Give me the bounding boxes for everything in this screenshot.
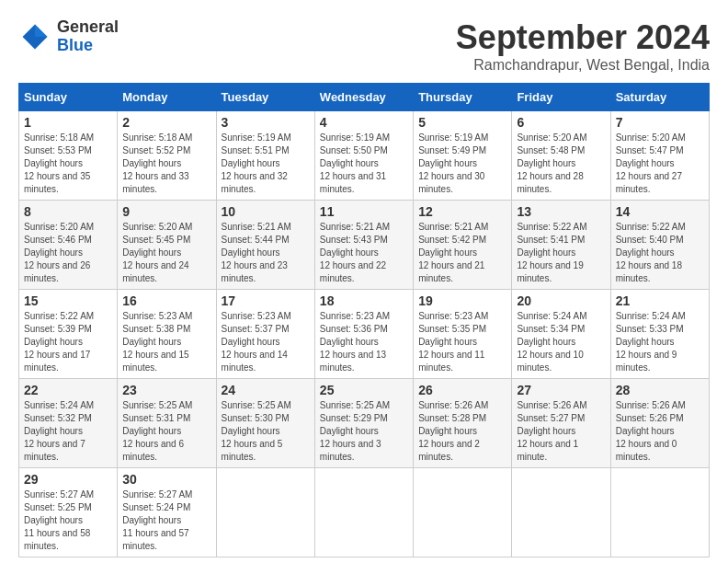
weekday-header-monday: Monday bbox=[118, 84, 216, 111]
day-info: Sunrise: 5:19 AM Sunset: 5:50 PM Dayligh… bbox=[320, 132, 408, 196]
logo-line2: Blue bbox=[57, 37, 119, 55]
day-number: 1 bbox=[24, 115, 112, 130]
day-info: Sunrise: 5:20 AM Sunset: 5:47 PM Dayligh… bbox=[616, 132, 704, 196]
day-number: 9 bbox=[122, 204, 210, 219]
calendar-day-cell: 27 Sunrise: 5:26 AM Sunset: 5:27 PM Dayl… bbox=[512, 379, 610, 468]
day-info: Sunrise: 5:23 AM Sunset: 5:38 PM Dayligh… bbox=[122, 310, 210, 374]
day-number: 17 bbox=[222, 293, 310, 308]
day-info: Sunrise: 5:26 AM Sunset: 5:28 PM Dayligh… bbox=[418, 399, 506, 464]
calendar-day-cell: 12 Sunrise: 5:21 AM Sunset: 5:42 PM Dayl… bbox=[414, 201, 512, 290]
calendar-day-cell: 21 Sunrise: 5:24 AM Sunset: 5:33 PM Dayl… bbox=[610, 290, 709, 379]
calendar-day-cell: 20 Sunrise: 5:24 AM Sunset: 5:34 PM Dayl… bbox=[512, 290, 610, 379]
svg-marker-1 bbox=[35, 24, 48, 37]
calendar-day-cell: 11 Sunrise: 5:21 AM Sunset: 5:43 PM Dayl… bbox=[314, 201, 413, 290]
calendar-day-cell: 10 Sunrise: 5:21 AM Sunset: 5:44 PM Dayl… bbox=[216, 201, 314, 290]
day-number: 24 bbox=[222, 383, 310, 397]
calendar-day-cell: 9 Sunrise: 5:20 AM Sunset: 5:45 PM Dayli… bbox=[118, 201, 216, 290]
calendar-day-cell: 1 Sunrise: 5:18 AM Sunset: 5:53 PM Dayli… bbox=[19, 111, 118, 201]
calendar-day-cell: 6 Sunrise: 5:20 AM Sunset: 5:48 PM Dayli… bbox=[512, 111, 610, 201]
day-number: 12 bbox=[418, 204, 506, 219]
calendar-day-cell bbox=[314, 468, 413, 557]
day-info: Sunrise: 5:25 AM Sunset: 5:30 PM Dayligh… bbox=[222, 399, 310, 464]
calendar-day-cell: 7 Sunrise: 5:20 AM Sunset: 5:47 PM Dayli… bbox=[610, 111, 709, 201]
day-number: 5 bbox=[418, 115, 506, 130]
title-section: September 2024 Ramchandrapur, West Benga… bbox=[456, 18, 710, 74]
day-number: 23 bbox=[122, 383, 210, 397]
day-info: Sunrise: 5:20 AM Sunset: 5:48 PM Dayligh… bbox=[517, 132, 605, 196]
day-number: 21 bbox=[616, 293, 704, 308]
calendar-week-row: 1 Sunrise: 5:18 AM Sunset: 5:53 PM Dayli… bbox=[19, 111, 710, 201]
weekday-header-row: SundayMondayTuesdayWednesdayThursdayFrid… bbox=[19, 84, 710, 111]
day-info: Sunrise: 5:22 AM Sunset: 5:40 PM Dayligh… bbox=[616, 221, 704, 285]
weekday-header-sunday: Sunday bbox=[19, 84, 118, 111]
day-number: 2 bbox=[122, 115, 210, 130]
day-number: 25 bbox=[320, 383, 408, 397]
day-info: Sunrise: 5:20 AM Sunset: 5:46 PM Dayligh… bbox=[24, 221, 112, 285]
day-number: 10 bbox=[222, 204, 310, 219]
calendar-day-cell: 16 Sunrise: 5:23 AM Sunset: 5:38 PM Dayl… bbox=[118, 290, 216, 379]
day-number: 4 bbox=[320, 115, 408, 130]
calendar-day-cell: 2 Sunrise: 5:18 AM Sunset: 5:52 PM Dayli… bbox=[118, 111, 216, 201]
day-info: Sunrise: 5:27 AM Sunset: 5:24 PM Dayligh… bbox=[122, 488, 210, 553]
calendar-day-cell: 17 Sunrise: 5:23 AM Sunset: 5:37 PM Dayl… bbox=[216, 290, 314, 379]
day-info: Sunrise: 5:25 AM Sunset: 5:29 PM Dayligh… bbox=[320, 399, 408, 464]
calendar-day-cell: 4 Sunrise: 5:19 AM Sunset: 5:50 PM Dayli… bbox=[314, 111, 413, 201]
calendar-day-cell: 13 Sunrise: 5:22 AM Sunset: 5:41 PM Dayl… bbox=[512, 201, 610, 290]
calendar-day-cell: 19 Sunrise: 5:23 AM Sunset: 5:35 PM Dayl… bbox=[414, 290, 512, 379]
day-number: 11 bbox=[320, 204, 408, 219]
day-info: Sunrise: 5:23 AM Sunset: 5:36 PM Dayligh… bbox=[320, 310, 408, 374]
calendar-day-cell: 14 Sunrise: 5:22 AM Sunset: 5:40 PM Dayl… bbox=[610, 201, 709, 290]
day-info: Sunrise: 5:24 AM Sunset: 5:32 PM Dayligh… bbox=[24, 399, 112, 464]
month-title: September 2024 bbox=[456, 18, 710, 57]
calendar-day-cell: 24 Sunrise: 5:25 AM Sunset: 5:30 PM Dayl… bbox=[216, 379, 314, 468]
logo: General Blue bbox=[18, 18, 119, 55]
day-info: Sunrise: 5:21 AM Sunset: 5:42 PM Dayligh… bbox=[418, 221, 506, 285]
day-info: Sunrise: 5:21 AM Sunset: 5:44 PM Dayligh… bbox=[222, 221, 310, 285]
calendar-day-cell bbox=[610, 468, 709, 557]
calendar-day-cell: 5 Sunrise: 5:19 AM Sunset: 5:49 PM Dayli… bbox=[414, 111, 512, 201]
day-number: 8 bbox=[24, 204, 112, 219]
day-number: 20 bbox=[517, 293, 605, 308]
day-number: 18 bbox=[320, 293, 408, 308]
day-info: Sunrise: 5:19 AM Sunset: 5:51 PM Dayligh… bbox=[222, 132, 310, 196]
day-info: Sunrise: 5:18 AM Sunset: 5:53 PM Dayligh… bbox=[24, 132, 112, 196]
day-number: 22 bbox=[24, 383, 112, 397]
day-info: Sunrise: 5:27 AM Sunset: 5:25 PM Dayligh… bbox=[24, 488, 112, 553]
location-title: Ramchandrapur, West Bengal, India bbox=[456, 57, 710, 74]
day-number: 19 bbox=[418, 293, 506, 308]
day-info: Sunrise: 5:20 AM Sunset: 5:45 PM Dayligh… bbox=[122, 221, 210, 285]
day-info: Sunrise: 5:21 AM Sunset: 5:43 PM Dayligh… bbox=[320, 221, 408, 285]
day-number: 16 bbox=[122, 293, 210, 308]
calendar-day-cell: 18 Sunrise: 5:23 AM Sunset: 5:36 PM Dayl… bbox=[314, 290, 413, 379]
logo-text: General Blue bbox=[57, 18, 119, 55]
logo-line1: General bbox=[57, 18, 119, 37]
day-info: Sunrise: 5:18 AM Sunset: 5:52 PM Dayligh… bbox=[122, 132, 210, 196]
calendar-week-row: 8 Sunrise: 5:20 AM Sunset: 5:46 PM Dayli… bbox=[19, 201, 710, 290]
day-info: Sunrise: 5:24 AM Sunset: 5:34 PM Dayligh… bbox=[517, 310, 605, 374]
calendar-day-cell: 8 Sunrise: 5:20 AM Sunset: 5:46 PM Dayli… bbox=[19, 201, 118, 290]
day-info: Sunrise: 5:22 AM Sunset: 5:39 PM Dayligh… bbox=[24, 310, 112, 374]
weekday-header-friday: Friday bbox=[512, 84, 610, 111]
day-info: Sunrise: 5:23 AM Sunset: 5:37 PM Dayligh… bbox=[222, 310, 310, 374]
calendar-day-cell: 3 Sunrise: 5:19 AM Sunset: 5:51 PM Dayli… bbox=[216, 111, 314, 201]
page-header: General Blue September 2024 Ramchandrapu… bbox=[18, 18, 710, 74]
calendar-week-row: 22 Sunrise: 5:24 AM Sunset: 5:32 PM Dayl… bbox=[19, 379, 710, 468]
day-number: 28 bbox=[616, 383, 704, 397]
calendar-day-cell bbox=[512, 468, 610, 557]
day-info: Sunrise: 5:24 AM Sunset: 5:33 PM Dayligh… bbox=[616, 310, 704, 374]
calendar-day-cell: 26 Sunrise: 5:26 AM Sunset: 5:28 PM Dayl… bbox=[414, 379, 512, 468]
day-info: Sunrise: 5:23 AM Sunset: 5:35 PM Dayligh… bbox=[418, 310, 506, 374]
weekday-header-thursday: Thursday bbox=[414, 84, 512, 111]
calendar-week-row: 15 Sunrise: 5:22 AM Sunset: 5:39 PM Dayl… bbox=[19, 290, 710, 379]
day-number: 30 bbox=[122, 472, 210, 487]
day-number: 14 bbox=[616, 204, 704, 219]
day-number: 26 bbox=[418, 383, 506, 397]
weekday-header-wednesday: Wednesday bbox=[314, 84, 413, 111]
day-number: 13 bbox=[517, 204, 605, 219]
day-info: Sunrise: 5:26 AM Sunset: 5:27 PM Dayligh… bbox=[517, 399, 605, 464]
calendar-day-cell: 29 Sunrise: 5:27 AM Sunset: 5:25 PM Dayl… bbox=[19, 468, 118, 557]
day-info: Sunrise: 5:22 AM Sunset: 5:41 PM Dayligh… bbox=[517, 221, 605, 285]
calendar-day-cell: 22 Sunrise: 5:24 AM Sunset: 5:32 PM Dayl… bbox=[19, 379, 118, 468]
logo-icon bbox=[18, 20, 51, 53]
day-number: 27 bbox=[517, 383, 605, 397]
